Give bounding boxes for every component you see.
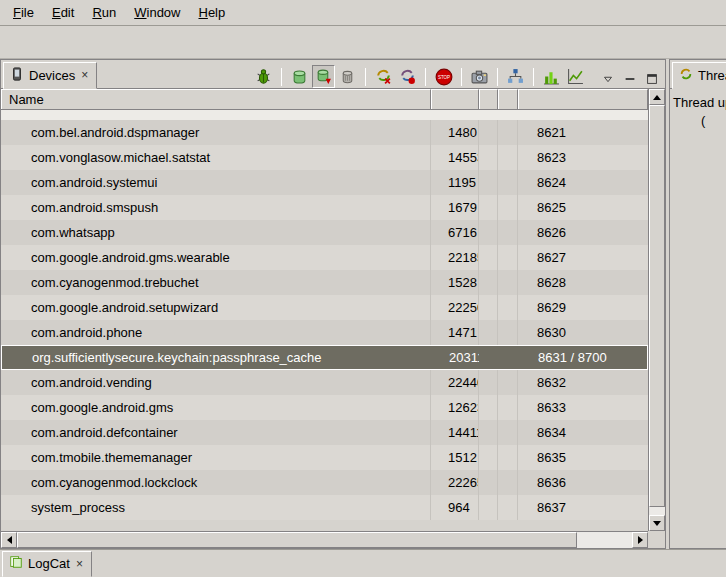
process-name: com.google.android.gms — [1, 395, 431, 420]
horizontal-scrollbar-track[interactable] — [577, 532, 632, 548]
process-row[interactable]: com.cyanogenmod.trebuchet15288628 — [1, 270, 648, 295]
column-header-2[interactable] — [479, 89, 498, 109]
process-pid: 964 — [431, 495, 479, 520]
tab-logcat-label: LogCat — [28, 556, 70, 571]
devices-content: Name com.bel.android.dspmanager14808621c… — [1, 89, 665, 548]
scroll-left-button[interactable] — [1, 532, 17, 548]
process-col3 — [479, 145, 498, 170]
tab-logcat-close-icon[interactable]: × — [75, 559, 84, 569]
process-row[interactable]: com.android.defcontainer144118634 — [1, 420, 648, 445]
dump-hprof-icon[interactable] — [312, 65, 335, 88]
process-col4 — [498, 245, 518, 270]
menu-window[interactable]: Window — [125, 2, 189, 23]
process-row[interactable]: com.cyanogenmod.lockclock222658636 — [1, 470, 648, 495]
tab-devices[interactable]: Devices × — [3, 62, 97, 89]
debug-process-icon[interactable] — [252, 65, 275, 88]
process-row[interactable]: com.tmobile.thememanager15128635 — [1, 445, 648, 470]
process-name: org.sufficientlysecure.keychain:passphra… — [2, 346, 432, 369]
process-row[interactable]: org.sufficientlysecure.keychain:passphra… — [1, 345, 648, 370]
menu-help[interactable]: Help — [189, 2, 234, 23]
toolbar-separator — [461, 68, 462, 86]
menu-run[interactable]: Run — [83, 2, 125, 23]
maximize-icon[interactable] — [643, 70, 661, 88]
process-row[interactable]: com.google.android.gms126238633 — [1, 395, 648, 420]
scroll-right-button[interactable] — [632, 532, 648, 548]
process-name: com.android.phone — [1, 320, 431, 345]
process-col4 — [498, 220, 518, 245]
process-row[interactable]: com.bel.android.dspmanager14808621 — [1, 120, 648, 145]
process-port: 8634 — [518, 420, 648, 445]
horizontal-scrollbar-thumb[interactable] — [17, 532, 577, 548]
process-row[interactable]: com.google.android.setupwizard222508629 — [1, 295, 648, 320]
scrollbar-column — [648, 89, 665, 548]
minimize-icon[interactable] — [621, 70, 639, 88]
arrow-up-icon — [653, 95, 661, 100]
vertical-scrollbar-track[interactable] — [649, 507, 665, 515]
screen-capture-icon[interactable] — [468, 65, 491, 88]
scroll-up-button[interactable] — [649, 89, 665, 105]
stop-process-icon[interactable]: STOP — [432, 65, 455, 88]
process-table: Name com.bel.android.dspmanager14808621c… — [1, 89, 648, 548]
column-header-3[interactable] — [498, 89, 518, 109]
devices-window-controls — [589, 70, 665, 88]
process-row[interactable]: system_process9648637 — [1, 495, 648, 520]
process-col3 — [479, 420, 498, 445]
devices-toolbar: STOP — [252, 65, 589, 88]
process-pid: 22265 — [431, 470, 479, 495]
process-port: 8629 — [518, 295, 648, 320]
process-row[interactable]: com.vonglasow.michael.satstat145538623 — [1, 145, 648, 170]
vertical-scrollbar[interactable] — [648, 89, 665, 531]
horizontal-scrollbar[interactable] — [1, 531, 648, 548]
update-threads-icon[interactable] — [372, 65, 395, 88]
tab-threads-label: Threa — [698, 68, 726, 83]
process-row[interactable]: com.google.android.gms.wearable221858627 — [1, 245, 648, 270]
devices-tabbar: Devices × STOP — [1, 60, 665, 89]
column-header-name[interactable]: Name — [1, 89, 431, 109]
process-row[interactable]: com.android.vending224408632 — [1, 370, 648, 395]
update-heap-icon[interactable] — [288, 65, 311, 88]
vertical-scrollbar-thumb[interactable] — [649, 105, 665, 507]
process-name: com.android.systemui — [1, 170, 431, 195]
tab-logcat[interactable]: LogCat × — [2, 551, 92, 577]
process-col4 — [498, 470, 518, 495]
sysinfo-graph-icon[interactable] — [564, 65, 587, 88]
process-col3 — [479, 445, 498, 470]
threads-tabbar: Threa — [670, 60, 726, 89]
threads-panel: Threa Thread up ( — [669, 59, 726, 549]
process-pid: 22440 — [431, 370, 479, 395]
process-col3 — [479, 170, 498, 195]
view-menu-icon[interactable] — [599, 70, 617, 88]
process-port: 8637 — [518, 495, 648, 520]
network-stats-icon[interactable] — [540, 65, 563, 88]
process-row[interactable]: com.android.systemui11958624 — [1, 170, 648, 195]
scroll-down-button[interactable] — [649, 515, 665, 531]
process-port: 8627 — [518, 245, 648, 270]
process-port: 8632 — [518, 370, 648, 395]
menu-bar: FileEditRunWindowHelp — [0, 0, 726, 26]
process-row[interactable]: com.android.smspush16798625 — [1, 195, 648, 220]
process-col3 — [479, 195, 498, 220]
process-port: 8630 — [518, 320, 648, 345]
process-pid: 1679 — [431, 195, 479, 220]
menu-edit[interactable]: Edit — [43, 2, 83, 23]
process-pid: 14553 — [431, 145, 479, 170]
process-row[interactable]: com.android.phone14718630 — [1, 320, 648, 345]
cause-gc-icon[interactable] — [336, 65, 359, 88]
method-profiling-icon[interactable] — [396, 65, 419, 88]
tab-devices-close-icon[interactable]: × — [80, 70, 89, 80]
process-row[interactable]: com.whatsapp67168626 — [1, 220, 648, 245]
view-hierarchy-icon[interactable] — [504, 65, 527, 88]
threads-message-line2: ( — [673, 112, 724, 130]
column-header-4[interactable] — [518, 89, 648, 109]
process-port: 8633 — [518, 395, 648, 420]
column-header-1[interactable] — [431, 89, 479, 109]
threads-icon — [679, 67, 693, 84]
process-col4 — [498, 145, 518, 170]
process-port: 8635 — [518, 445, 648, 470]
menu-file[interactable]: File — [4, 2, 43, 23]
tab-threads[interactable]: Threa — [672, 62, 726, 89]
process-port: 8624 — [518, 170, 648, 195]
process-name: com.cyanogenmod.trebuchet — [1, 270, 431, 295]
threads-message: Thread up ( — [670, 89, 726, 130]
process-table-body: com.bel.android.dspmanager14808621com.vo… — [1, 110, 648, 531]
